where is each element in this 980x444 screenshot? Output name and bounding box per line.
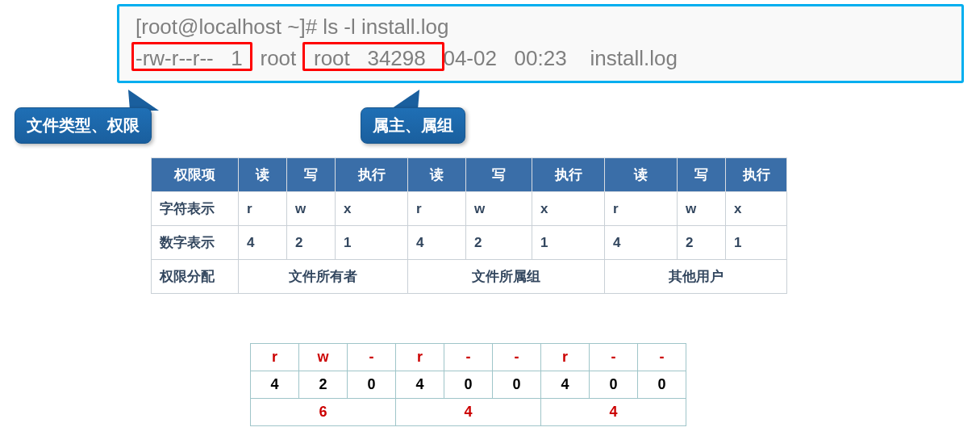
cell: r bbox=[408, 192, 466, 226]
cell: - bbox=[493, 344, 541, 371]
cell: 文件所有者 bbox=[239, 260, 408, 294]
cell: 4 bbox=[541, 399, 686, 426]
cell: w bbox=[466, 192, 532, 226]
cell: - bbox=[590, 344, 638, 371]
header-cell: 写 bbox=[466, 158, 532, 192]
cell: 2 bbox=[466, 226, 532, 260]
table-row-char: 字符表示 r w x r w x r w x bbox=[152, 192, 787, 226]
cell: x bbox=[336, 192, 408, 226]
table-row-sums: 6 4 4 bbox=[251, 399, 686, 426]
highlight-box-owner-group bbox=[302, 42, 444, 71]
cell: 2 bbox=[678, 226, 726, 260]
table-header-row: 权限项 读 写 执行 读 写 执行 读 写 执行 bbox=[152, 158, 787, 192]
header-cell: 执行 bbox=[726, 158, 787, 192]
cell: 1 bbox=[532, 226, 605, 260]
cell: 1 bbox=[726, 226, 787, 260]
cell: r bbox=[541, 344, 590, 371]
permission-reference-table: 权限项 读 写 执行 读 写 执行 读 写 执行 字符表示 r w x r w … bbox=[151, 157, 787, 294]
cell: 4 bbox=[408, 226, 466, 260]
callout-file-type: 文件类型、权限 bbox=[15, 107, 152, 144]
terminal-line-1: [root@localhost ~]# ls -l install.log bbox=[136, 11, 945, 43]
terminal-line-2: -rw-r--r-- 1 root root 34298 04-02 00:23… bbox=[136, 43, 945, 74]
header-cell: 写 bbox=[678, 158, 726, 192]
cell: 2 bbox=[287, 226, 336, 260]
cell: 4 bbox=[396, 371, 444, 399]
header-cell: 写 bbox=[287, 158, 336, 192]
cell: x bbox=[726, 192, 787, 226]
cell: 0 bbox=[493, 371, 541, 399]
cell: r bbox=[605, 192, 678, 226]
cell: 其他用户 bbox=[605, 260, 787, 294]
cell: 0 bbox=[590, 371, 638, 399]
cell: - bbox=[444, 344, 493, 371]
highlight-box-permissions bbox=[131, 42, 252, 71]
header-cell: 执行 bbox=[336, 158, 408, 192]
callout-owner-group: 属主、属组 bbox=[361, 107, 465, 144]
cell: r bbox=[251, 344, 299, 371]
header-cell: 读 bbox=[408, 158, 466, 192]
cell: w bbox=[299, 344, 348, 371]
cell: 4 bbox=[251, 371, 299, 399]
header-cell: 读 bbox=[239, 158, 287, 192]
cell: 2 bbox=[299, 371, 348, 399]
header-cell: 权限项 bbox=[152, 158, 239, 192]
cell: 6 bbox=[251, 399, 396, 426]
cell: 1 bbox=[336, 226, 408, 260]
cell: 0 bbox=[444, 371, 493, 399]
header-cell: 读 bbox=[605, 158, 678, 192]
cell: 0 bbox=[348, 371, 396, 399]
table-row-num: 数字表示 4 2 1 4 2 1 4 2 1 bbox=[152, 226, 787, 260]
cell: - bbox=[638, 344, 686, 371]
table-row-group: 权限分配 文件所有者 文件所属组 其他用户 bbox=[152, 260, 787, 294]
cell: w bbox=[678, 192, 726, 226]
table-row-numbers: 4 2 0 4 0 0 4 0 0 bbox=[251, 371, 686, 399]
permission-calc-table: r w - r - - r - - 4 2 0 4 0 0 4 0 0 6 4 … bbox=[250, 343, 686, 426]
cell: 文件所属组 bbox=[408, 260, 605, 294]
cell: 0 bbox=[638, 371, 686, 399]
cell: x bbox=[532, 192, 605, 226]
cell: r bbox=[239, 192, 287, 226]
row-label: 权限分配 bbox=[152, 260, 239, 294]
cell: r bbox=[396, 344, 444, 371]
cell: - bbox=[348, 344, 396, 371]
cell: 4 bbox=[605, 226, 678, 260]
row-label: 数字表示 bbox=[152, 226, 239, 260]
cell: 4 bbox=[541, 371, 590, 399]
header-cell: 执行 bbox=[532, 158, 605, 192]
cell: 4 bbox=[239, 226, 287, 260]
cell: w bbox=[287, 192, 336, 226]
table-row-symbols: r w - r - - r - - bbox=[251, 344, 686, 371]
row-label: 字符表示 bbox=[152, 192, 239, 226]
cell: 4 bbox=[396, 399, 541, 426]
